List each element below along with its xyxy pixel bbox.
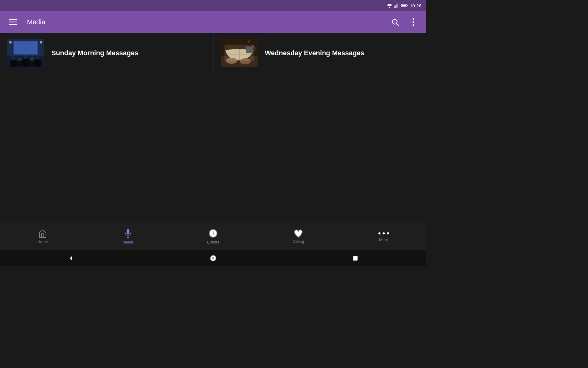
nav-media[interactable]: Media <box>85 226 170 247</box>
svg-rect-3 <box>397 4 398 8</box>
recents-button[interactable] <box>349 252 361 264</box>
app-bar: Media <box>0 11 426 33</box>
wifi-icon <box>386 3 393 8</box>
svg-rect-1 <box>394 6 395 8</box>
svg-line-34 <box>227 54 239 55</box>
svg-rect-6 <box>407 5 408 6</box>
svg-line-38 <box>240 56 251 56</box>
svg-rect-10 <box>9 24 17 25</box>
nav-media-label: Media <box>123 240 133 244</box>
battery-icon <box>401 3 408 8</box>
svg-point-14 <box>413 21 414 23</box>
back-icon <box>68 255 74 261</box>
svg-rect-18 <box>14 41 37 54</box>
mic-icon <box>124 229 132 238</box>
bottom-nav: Home Media Events Giving <box>0 223 426 250</box>
recents-square-icon <box>352 255 358 261</box>
svg-point-28 <box>36 56 40 60</box>
more-options-button[interactable] <box>407 15 420 29</box>
nav-giving[interactable]: Giving <box>256 227 341 247</box>
svg-point-26 <box>24 55 28 59</box>
nav-more-label: More <box>379 237 388 242</box>
svg-line-35 <box>227 56 239 56</box>
wednesday-evening-title: Wednesday Evening Messages <box>265 49 364 58</box>
sunday-morning-title: Sunday Morning Messages <box>51 49 138 58</box>
nav-home[interactable]: Home <box>0 227 85 247</box>
svg-point-29 <box>9 41 12 44</box>
svg-point-24 <box>11 56 16 60</box>
svg-point-21 <box>22 57 29 67</box>
church-image <box>7 39 44 67</box>
page-title: Media <box>27 18 388 26</box>
nav-giving-label: Giving <box>293 240 304 244</box>
home-circle-icon <box>210 255 217 262</box>
heart-icon <box>294 229 303 238</box>
svg-rect-8 <box>9 19 17 20</box>
status-time: 10:26 <box>410 3 421 8</box>
svg-point-15 <box>413 24 414 26</box>
svg-marker-51 <box>70 256 72 261</box>
svg-rect-39 <box>246 45 253 53</box>
app-bar-actions <box>388 15 420 29</box>
nav-events-label: Events <box>207 240 219 244</box>
svg-point-27 <box>30 57 34 61</box>
svg-rect-7 <box>402 5 406 6</box>
nav-events[interactable]: Events <box>171 226 256 247</box>
svg-point-50 <box>387 232 389 235</box>
svg-line-12 <box>397 24 398 25</box>
svg-rect-9 <box>9 21 17 22</box>
system-nav <box>0 250 426 266</box>
svg-point-23 <box>34 58 42 67</box>
search-button[interactable] <box>388 15 402 29</box>
svg-point-49 <box>383 232 385 235</box>
svg-rect-4 <box>398 3 398 8</box>
signal-icon <box>394 3 399 8</box>
menu-button[interactable] <box>6 15 20 29</box>
back-button[interactable] <box>65 252 77 264</box>
svg-point-20 <box>16 60 24 67</box>
media-row: Sunday Morning Messages <box>0 33 426 73</box>
status-icons: 10:26 <box>386 3 421 8</box>
sunday-morning-item[interactable]: Sunday Morning Messages <box>0 33 213 73</box>
svg-line-36 <box>240 53 251 53</box>
svg-point-53 <box>212 257 214 259</box>
svg-point-19 <box>10 59 17 67</box>
svg-point-42 <box>226 58 237 64</box>
svg-point-0 <box>389 7 390 8</box>
svg-rect-54 <box>353 256 357 260</box>
bible-image <box>221 39 258 67</box>
svg-rect-2 <box>396 5 397 8</box>
svg-point-41 <box>247 44 252 46</box>
svg-line-37 <box>240 54 251 55</box>
dots-icon <box>378 231 389 236</box>
page-wrapper: 10:26 Media <box>0 0 426 266</box>
nav-home-label: Home <box>37 240 48 244</box>
svg-point-30 <box>40 41 42 44</box>
wednesday-evening-item[interactable]: Wednesday Evening Messages <box>213 33 427 73</box>
wednesday-thumbnail <box>221 39 258 67</box>
home-icon <box>38 229 47 238</box>
svg-rect-40 <box>247 45 252 47</box>
svg-point-13 <box>413 18 414 20</box>
nav-more[interactable]: More <box>341 229 426 244</box>
status-bar: 10:26 <box>0 0 426 11</box>
home-button[interactable] <box>207 252 219 264</box>
svg-point-43 <box>240 58 251 64</box>
svg-point-25 <box>18 58 21 61</box>
svg-rect-44 <box>126 229 129 234</box>
svg-line-33 <box>227 53 239 53</box>
svg-point-48 <box>378 232 380 235</box>
sunday-thumbnail <box>7 39 44 67</box>
clock-icon <box>209 229 218 238</box>
svg-point-22 <box>28 59 36 67</box>
